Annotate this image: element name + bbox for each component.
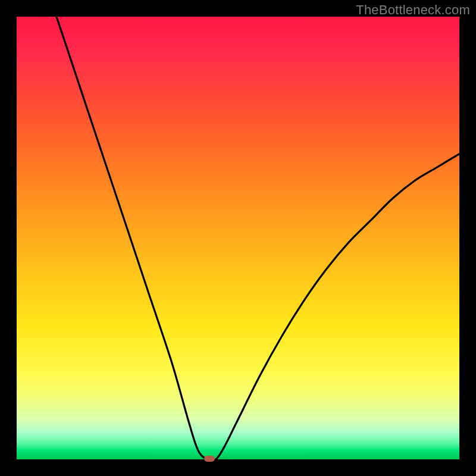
plot-area	[17, 17, 459, 459]
curve-svg	[17, 17, 459, 459]
balance-marker	[204, 456, 215, 462]
bottleneck-curve	[17, 0, 459, 461]
chart-frame: TheBottleneck.com	[0, 0, 476, 476]
watermark-text: TheBottleneck.com	[356, 2, 470, 18]
